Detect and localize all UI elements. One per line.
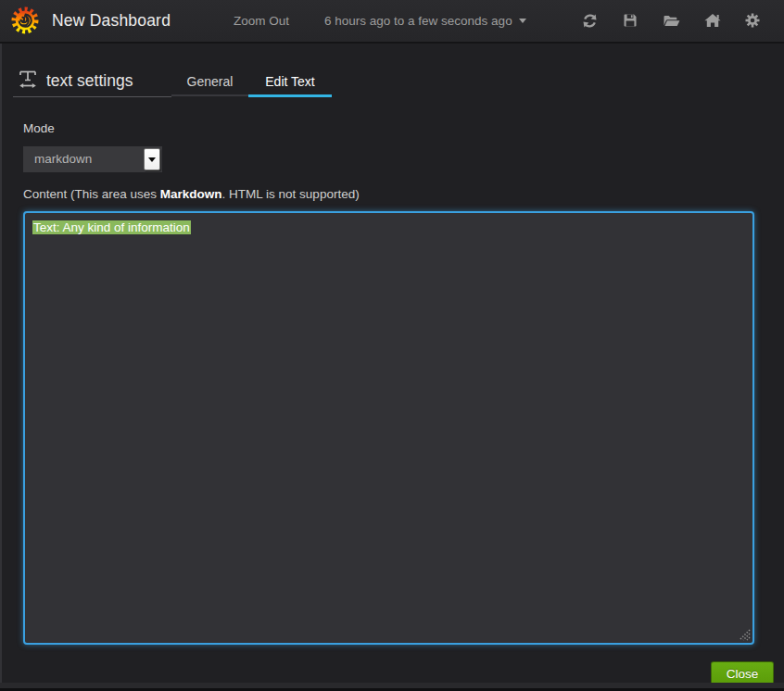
- time-range-picker[interactable]: 6 hours ago to a few seconds ago: [324, 0, 526, 42]
- select-dropdown-arrow-icon: [144, 148, 160, 170]
- grafana-logo-icon[interactable]: [11, 6, 39, 34]
- folder-open-icon[interactable]: [662, 11, 680, 30]
- content-textarea[interactable]: Text: Any kind of information: [23, 211, 754, 645]
- header-underline: [13, 96, 171, 97]
- chevron-down-icon: [519, 19, 526, 23]
- selected-text: Text: Any kind of information: [32, 220, 191, 234]
- mode-label: Mode: [23, 121, 55, 135]
- dashboard-title[interactable]: New Dashboard: [52, 0, 171, 42]
- content-label-suffix: . HTML is not supported): [222, 187, 360, 201]
- grafana-text-panel-editor: New Dashboard Zoom Out 6 hours ago to a …: [0, 0, 784, 691]
- home-icon[interactable]: [703, 11, 722, 30]
- tab-general[interactable]: General: [171, 69, 248, 96]
- panel-editor-title: text settings: [46, 67, 133, 94]
- gear-icon[interactable]: [743, 11, 762, 30]
- markdown-link[interactable]: Markdown: [160, 187, 222, 201]
- mode-select-value: markdown: [34, 146, 92, 172]
- top-navbar: New Dashboard Zoom Out 6 hours ago to a …: [0, 0, 784, 42]
- time-range-label: 6 hours ago to a few seconds ago: [324, 14, 512, 28]
- mode-select[interactable]: markdown: [23, 146, 162, 172]
- zoom-out-button[interactable]: Zoom Out: [234, 0, 289, 42]
- refresh-icon[interactable]: [580, 11, 599, 30]
- content-label: Content (This area uses Markdown. HTML i…: [23, 187, 360, 201]
- left-edge-strip: [0, 44, 2, 691]
- content-label-prefix: Content (This area uses: [23, 187, 160, 201]
- resize-grip[interactable]: [739, 629, 751, 641]
- tab-edit-text[interactable]: Edit Text: [248, 69, 332, 97]
- navbar-divider: [0, 42, 784, 44]
- save-icon[interactable]: [621, 11, 639, 30]
- text-width-icon: [17, 68, 39, 90]
